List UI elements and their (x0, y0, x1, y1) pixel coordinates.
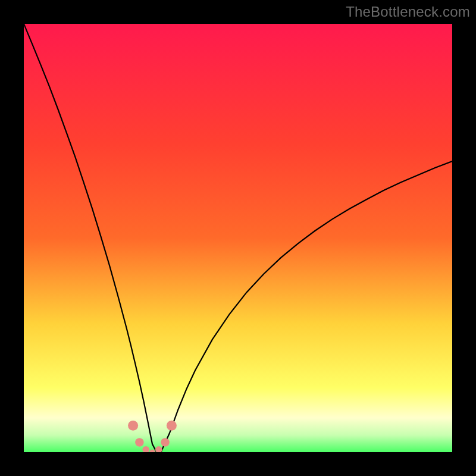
curve-marker (161, 438, 169, 446)
watermark-text: TheBottleneck.com (346, 4, 470, 20)
curve-marker (135, 438, 143, 446)
chart-frame: TheBottleneck.com (0, 0, 476, 476)
curve-marker (167, 421, 177, 431)
plot-area (24, 24, 452, 452)
gradient-bg (24, 24, 452, 452)
chart-svg (24, 24, 452, 452)
curve-marker (128, 421, 138, 431)
